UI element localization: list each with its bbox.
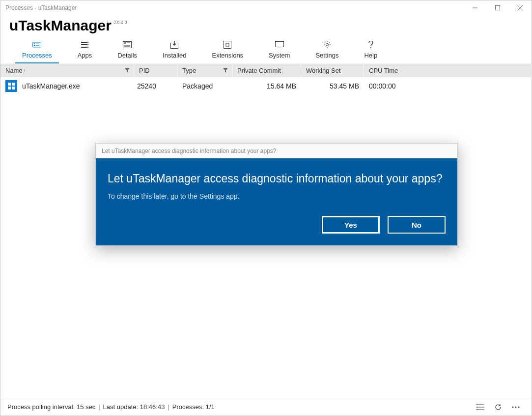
svg-rect-32: [8, 87, 11, 89]
app-version: 3.8.2.0: [113, 20, 127, 25]
column-label: Private Commit: [237, 67, 281, 74]
no-button[interactable]: No: [388, 216, 446, 234]
column-header-name[interactable]: Name ↑: [0, 64, 134, 77]
more-button[interactable]: [507, 400, 525, 414]
svg-rect-6: [34, 45, 35, 46]
installed-icon: [170, 41, 179, 49]
svg-rect-1: [496, 6, 500, 10]
list-view-button[interactable]: [472, 400, 489, 414]
svg-rect-24: [275, 42, 283, 47]
column-header-pid[interactable]: PID: [134, 64, 177, 77]
system-icon: [275, 41, 284, 49]
svg-point-26: [326, 44, 328, 46]
gear-icon: [323, 41, 332, 49]
svg-marker-28: [125, 68, 130, 72]
svg-point-14: [87, 47, 88, 48]
status-last-update: Last update: 18:46:43: [103, 403, 165, 411]
svg-point-40: [512, 406, 514, 408]
refresh-button[interactable]: [489, 400, 507, 414]
svg-point-41: [515, 406, 517, 408]
svg-rect-23: [226, 43, 229, 46]
tab-label: Settings: [315, 52, 338, 59]
tab-label: Processes: [22, 52, 52, 59]
filter-icon[interactable]: [125, 67, 130, 74]
svg-point-38: [476, 407, 477, 408]
dialog-subtext: To change this later, go to the Settings…: [108, 192, 446, 200]
column-label: PID: [139, 67, 150, 74]
column-label: CPU Time: [369, 67, 398, 74]
details-icon: [123, 41, 132, 49]
app-title: uTaskManager: [9, 17, 112, 34]
status-bar: Process polling interval: 15 sec | Last …: [0, 398, 532, 416]
tab-extensions[interactable]: Extensions: [199, 38, 256, 63]
column-header-type[interactable]: Type: [177, 64, 232, 77]
sort-ascending-icon: ↑: [24, 68, 26, 73]
table-row[interactable]: uTaskManager.exe 25240 Packaged 15.64 MB…: [0, 77, 532, 95]
windows-app-icon: [5, 80, 17, 92]
svg-rect-22: [224, 41, 231, 49]
apps-icon: [81, 41, 89, 49]
status-polling: Process polling interval: 15 sec: [7, 403, 95, 411]
svg-point-13: [87, 44, 88, 45]
tab-bar: Processes Apps Details Installed Extensi…: [0, 38, 532, 63]
tab-label: Details: [117, 52, 137, 59]
svg-rect-31: [12, 83, 15, 86]
help-icon: [366, 41, 375, 49]
svg-point-12: [87, 42, 88, 43]
tab-processes[interactable]: Processes: [9, 38, 65, 63]
permission-dialog: Let uTaskManager access diagnostic infor…: [95, 143, 458, 246]
svg-rect-33: [12, 87, 15, 89]
window-title: Processes - uTaskManager: [5, 4, 77, 11]
process-table: Name ↑ PID Type Private Commit Working S…: [0, 63, 532, 95]
tab-details[interactable]: Details: [105, 38, 150, 63]
minimize-button[interactable]: [464, 0, 486, 15]
process-ws: 53.45 MB: [301, 82, 364, 90]
svg-rect-16: [124, 42, 126, 44]
process-cpu: 00:00:00: [364, 82, 532, 90]
column-header-commit[interactable]: Private Commit: [232, 64, 301, 77]
tab-label: Installed: [163, 52, 186, 59]
tab-apps[interactable]: Apps: [65, 38, 105, 63]
filter-icon[interactable]: [223, 67, 228, 74]
dialog-titlebar: Let uTaskManager access diagnostic infor…: [96, 144, 457, 158]
column-label: Type: [182, 67, 196, 74]
window-titlebar: Processes - uTaskManager: [0, 0, 532, 15]
yes-button[interactable]: Yes: [322, 216, 380, 234]
extensions-icon: [223, 41, 232, 49]
svg-rect-4: [33, 42, 41, 47]
processes-icon: [32, 41, 41, 49]
process-commit: 15.64 MB: [232, 82, 301, 90]
tab-label: Help: [364, 52, 377, 59]
tab-label: System: [269, 52, 290, 59]
svg-point-39: [476, 409, 477, 410]
svg-point-37: [476, 404, 477, 405]
svg-point-27: [370, 47, 371, 48]
tab-system[interactable]: System: [256, 38, 303, 63]
maximize-button[interactable]: [486, 0, 509, 15]
column-label: Name: [5, 67, 23, 74]
column-header-cpu[interactable]: CPU Time: [364, 64, 532, 77]
close-button[interactable]: [509, 0, 532, 15]
process-name: uTaskManager.exe: [22, 82, 80, 90]
process-type: Packaged: [177, 82, 232, 90]
app-header: uTaskManager 3.8.2.0: [0, 15, 532, 38]
svg-rect-5: [34, 43, 35, 44]
process-pid: 25240: [134, 82, 177, 90]
tab-label: Apps: [78, 52, 92, 59]
svg-rect-30: [8, 83, 11, 86]
tab-help[interactable]: Help: [351, 38, 390, 63]
column-label: Working Set: [306, 67, 341, 74]
tab-settings[interactable]: Settings: [303, 38, 351, 63]
svg-point-42: [518, 406, 520, 408]
dialog-heading: Let uTaskManager access diagnostic infor…: [108, 171, 446, 186]
status-processes: Processes: 1/1: [172, 403, 215, 411]
table-header: Name ↑ PID Type Private Commit Working S…: [0, 63, 532, 77]
tab-label: Extensions: [212, 52, 244, 59]
column-header-ws[interactable]: Working Set: [301, 64, 364, 77]
svg-marker-29: [223, 68, 228, 72]
tab-installed[interactable]: Installed: [150, 38, 199, 63]
